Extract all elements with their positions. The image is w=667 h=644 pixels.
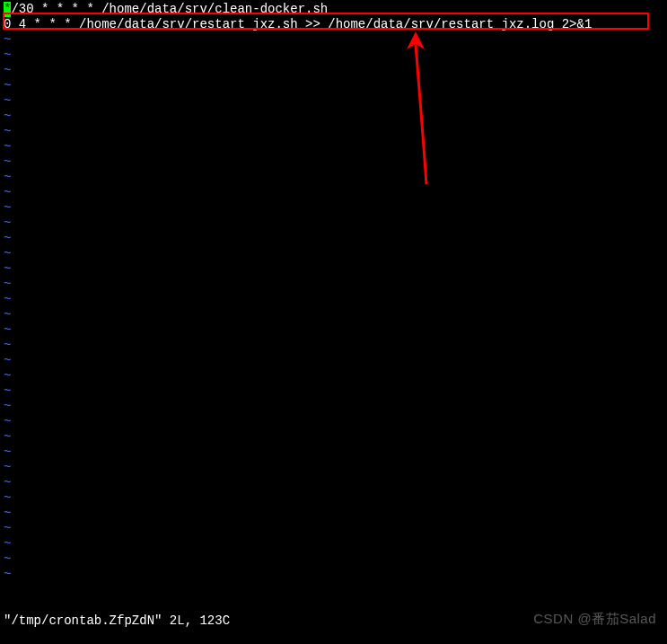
empty-line: ~: [4, 124, 663, 139]
empty-line: ~: [4, 307, 663, 322]
empty-line: ~: [4, 292, 663, 307]
line2-text: 0 4 * * * /home/data/srv/restart_jxz.sh …: [4, 17, 592, 31]
empty-line: ~: [4, 506, 663, 521]
empty-line: ~: [4, 521, 663, 536]
empty-line: ~: [4, 139, 663, 154]
vim-editor[interactable]: */30 * * * * /home/data/srv/clean-docker…: [0, 0, 667, 644]
empty-line: ~: [4, 429, 663, 445]
empty-line: ~: [4, 63, 663, 78]
empty-line: ~: [4, 414, 663, 429]
empty-line: ~: [4, 368, 663, 384]
empty-line: ~: [4, 567, 663, 582]
watermark: CSDN @番茄Salad: [533, 611, 656, 628]
empty-line: ~: [4, 170, 663, 185]
empty-line: ~: [4, 109, 663, 124]
cron-line-1[interactable]: */30 * * * * /home/data/srv/clean-docker…: [4, 2, 663, 17]
empty-line: ~: [4, 32, 663, 48]
empty-line: ~: [4, 154, 663, 170]
empty-line: ~: [4, 78, 663, 93]
empty-line: ~: [4, 460, 663, 475]
empty-line: ~: [4, 490, 663, 506]
empty-line: ~: [4, 353, 663, 368]
empty-line: ~: [4, 246, 663, 261]
empty-line: ~: [4, 551, 663, 567]
empty-line: ~: [4, 399, 663, 414]
empty-line: ~: [4, 384, 663, 399]
empty-line: ~: [4, 322, 663, 338]
empty-line: ~: [4, 48, 663, 63]
empty-line: ~: [4, 277, 663, 292]
empty-line: ~: [4, 338, 663, 353]
empty-line: ~: [4, 475, 663, 490]
empty-line: ~: [4, 216, 663, 231]
empty-line: ~: [4, 445, 663, 460]
empty-line: ~: [4, 93, 663, 109]
cron-line-2[interactable]: 0 4 * * * /home/data/srv/restart_jxz.sh …: [4, 17, 663, 32]
empty-line: ~: [4, 200, 663, 216]
empty-line: ~: [4, 231, 663, 246]
empty-line: ~: [4, 261, 663, 277]
empty-line: ~: [4, 185, 663, 200]
line1-text: /30 * * * * /home/data/srv/clean-docker.…: [11, 2, 328, 16]
vim-status-line: "/tmp/crontab.ZfpZdN" 2L, 123C: [4, 613, 230, 628]
empty-line: ~: [4, 536, 663, 551]
